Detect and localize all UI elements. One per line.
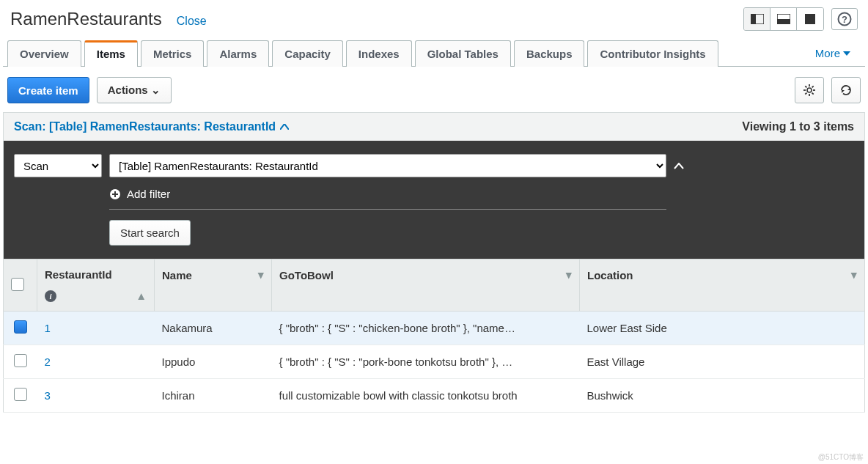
info-icon[interactable]: i [45, 290, 56, 302]
row-bowl: { "broth" : { "S" : "pork-bone tonkotsu … [272, 345, 580, 379]
tab-bar: Overview Items Metrics Alarms Capacity I… [3, 40, 865, 67]
tab-contributor-insights[interactable]: Contributor Insights [587, 40, 718, 67]
tabs-more[interactable]: More [805, 40, 861, 66]
tab-overview[interactable]: Overview [7, 40, 81, 67]
chevron-down-icon [843, 51, 850, 56]
refresh-button[interactable] [831, 77, 861, 103]
close-link[interactable]: Close [177, 15, 207, 28]
chevron-down-icon: ⌄ [151, 84, 161, 96]
plus-circle-icon [109, 188, 121, 200]
header-left: RamenRestaurants Close [10, 9, 207, 29]
scan-header-toggle[interactable]: Scan: [Table] RamenRestaurants: Restaura… [14, 120, 289, 133]
svg-rect-4 [805, 14, 815, 24]
scan-row: Scan [Table] RamenRestaurants: Restauran… [14, 154, 854, 177]
add-filter-button[interactable]: Add filter [109, 188, 666, 210]
row-name: Ichiran [155, 379, 272, 413]
table-row: 1Nakamura{ "broth" : { "S" : "chicken-bo… [4, 312, 865, 345]
panel-actions-right [795, 77, 861, 103]
gear-icon [803, 84, 816, 97]
sort-asc-icon: ▲ [136, 290, 147, 302]
svg-line-15 [812, 86, 814, 87]
results-table: RestaurantId i ▲ Name ▾ GoToBowl ▾ [3, 259, 865, 413]
tab-metrics[interactable]: Metrics [141, 40, 205, 67]
row-id-link[interactable]: 2 [45, 356, 51, 368]
row-checkbox[interactable] [14, 388, 27, 401]
scan-mode-select[interactable]: Scan [14, 154, 102, 177]
page-header: RamenRestaurants Close ? [3, 3, 865, 40]
row-location: Lower East Side [580, 312, 865, 345]
column-location-label: Location [587, 269, 633, 281]
panel-actions: Create item Actions ⌄ [3, 67, 865, 112]
scan-target-select[interactable]: [Table] RamenRestaurants: RestaurantId [109, 154, 666, 177]
row-name: Nakamura [155, 312, 272, 345]
layout-toggle-group [743, 7, 824, 31]
add-filter-label: Add filter [127, 188, 170, 200]
select-all-checkbox[interactable] [11, 278, 24, 291]
svg-line-14 [805, 93, 806, 95]
column-header-name[interactable]: Name ▾ [155, 259, 272, 312]
svg-rect-3 [777, 19, 790, 24]
table-row: 2Ippudo{ "broth" : { "S" : "pork-bone to… [4, 345, 865, 379]
column-name-label: Name [162, 269, 192, 281]
column-id-label: RestaurantId [45, 268, 112, 281]
tab-global-tables[interactable]: Global Tables [415, 40, 511, 67]
row-bowl: full customizable bowl with classic tonk… [272, 379, 580, 413]
tab-alarms[interactable]: Alarms [207, 40, 269, 67]
row-location: Bushwick [580, 379, 865, 413]
svg-line-12 [805, 86, 806, 87]
create-item-button[interactable]: Create item [7, 77, 89, 103]
tabs-more-label: More [815, 47, 840, 59]
scan-header-title: Scan: [Table] RamenRestaurants: Restaura… [14, 120, 276, 133]
row-location: East Village [580, 345, 865, 379]
scan-controls: Scan [Table] RamenRestaurants: Restauran… [3, 141, 865, 259]
header-right: ? [743, 7, 858, 31]
layout-split-vertical-icon[interactable] [744, 8, 770, 30]
chevron-up-icon [674, 163, 684, 169]
table-row: 3Ichiranfull customizable bowl with clas… [4, 379, 865, 413]
svg-line-13 [812, 93, 814, 95]
column-header-bowl[interactable]: GoToBowl ▾ [272, 259, 580, 312]
row-id-link[interactable]: 3 [45, 389, 51, 402]
scan-collapse-chevron[interactable] [674, 163, 684, 169]
column-header-id[interactable]: RestaurantId i ▲ [37, 259, 155, 312]
table-name: RamenRestaurants [10, 9, 162, 29]
start-search-button[interactable]: Start search [109, 220, 191, 246]
column-header-location[interactable]: Location ▾ [580, 259, 865, 312]
row-bowl: { "broth" : { "S" : "chicken-bone broth"… [272, 312, 580, 345]
layout-split-horizontal-icon[interactable] [770, 8, 797, 30]
scan-item-count: Viewing 1 to 3 items [742, 120, 854, 133]
svg-text:?: ? [842, 14, 847, 25]
row-checkbox[interactable] [14, 354, 27, 367]
scan-header: Scan: [Table] RamenRestaurants: Restaura… [3, 112, 865, 141]
tab-capacity[interactable]: Capacity [272, 40, 343, 67]
svg-point-7 [807, 88, 812, 92]
help-button[interactable]: ? [831, 8, 858, 30]
actions-dropdown[interactable]: Actions ⌄ [97, 77, 172, 103]
sort-icon: ▾ [258, 268, 264, 281]
row-checkbox[interactable] [14, 320, 27, 334]
sort-icon: ▾ [566, 268, 572, 281]
row-name: Ippudo [155, 345, 272, 379]
tab-items[interactable]: Items [84, 40, 138, 67]
tab-backups[interactable]: Backups [514, 40, 585, 67]
svg-rect-1 [751, 14, 756, 24]
refresh-icon [839, 84, 853, 97]
start-search-wrap: Start search [109, 220, 854, 246]
column-bowl-label: GoToBowl [279, 269, 334, 281]
header-checkbox-cell [4, 259, 37, 312]
row-id-link[interactable]: 1 [45, 322, 51, 334]
tab-indexes[interactable]: Indexes [346, 40, 412, 67]
chevron-up-icon [280, 124, 289, 130]
actions-label: Actions [108, 84, 148, 96]
panel-actions-left: Create item Actions ⌄ [7, 77, 172, 103]
sort-icon: ▾ [851, 268, 857, 281]
settings-button[interactable] [795, 77, 824, 103]
layout-full-icon[interactable] [797, 8, 823, 30]
